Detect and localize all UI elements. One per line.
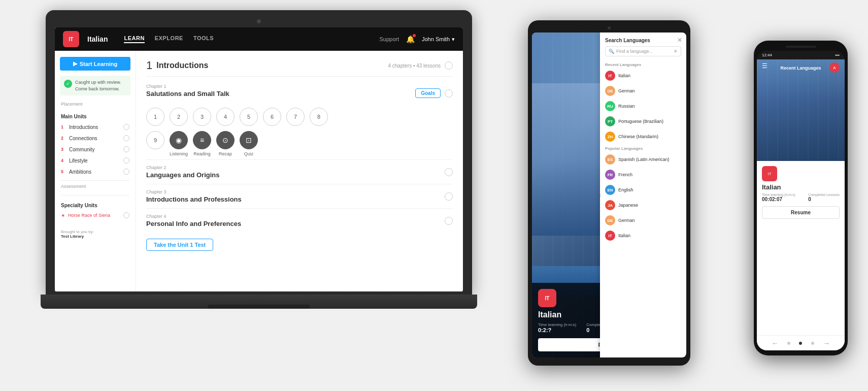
listening-circle: ◉ [170, 131, 188, 149]
tablet-device: IT Italian Time learning (h:m:s) 0:2:? C… [528, 20, 690, 366]
laptop-base [41, 295, 477, 309]
lang-item-french[interactable]: FR French [600, 167, 686, 182]
lang-item-japanese[interactable]: JA Japanese [600, 198, 686, 213]
unit-number: 1 [146, 59, 152, 72]
specialty-units-title: Specialty Units [55, 199, 136, 210]
phone-language-title: Italian [762, 183, 840, 191]
support-link[interactable]: Support [379, 36, 399, 42]
nav-dot-3 [811, 342, 814, 345]
chapter-2: Chapter 2 Languages and Origins [146, 159, 453, 184]
start-learning-button[interactable]: ▶ Start Learning [60, 57, 130, 71]
goals-button[interactable]: Goals [415, 88, 441, 98]
english-dot: EN [605, 185, 615, 195]
user-menu[interactable]: John Smith ▾ [422, 36, 455, 43]
lesson-quiz[interactable]: ⊡ Quiz [240, 131, 258, 156]
lesson-2[interactable]: 2 [170, 108, 188, 126]
popular-languages-label: Popular Languages [600, 144, 686, 152]
unit-4-label: Lifestyle [69, 158, 120, 164]
hamburger-icon[interactable]: ☰ [762, 62, 767, 73]
lesson-listening[interactable]: ◉ Listening [170, 131, 188, 156]
daily-review: ✓ Caught up with review. Come back tomor… [60, 76, 130, 95]
lesson-1[interactable]: 1 [146, 108, 164, 126]
phone-device: 12:44 ▪▪▪ ☰ Recent Languages A IT Italia… [754, 41, 848, 355]
sidebar-item-connections[interactable]: 2 Connections [55, 133, 136, 144]
phone-stats-row: Time learning (h:m:s) 00:02:07 Completed… [762, 193, 840, 202]
nav-forward-icon[interactable]: → [823, 339, 830, 347]
reading-circle: ≡ [193, 131, 211, 149]
chapter-1-circle [445, 89, 453, 97]
special-lessons: 9 ◉ Listening ≡ Reading ⊙ [146, 131, 453, 156]
phone-avatar[interactable]: A [829, 62, 840, 73]
chapter-2-title: Languages and Origins [146, 171, 445, 179]
bell-icon[interactable]: 🔔 [406, 35, 415, 43]
lesson-recap[interactable]: ⊙ Recap [216, 131, 235, 156]
phone-top-area: ☰ Recent Languages A [757, 59, 845, 161]
back-arrow-icon[interactable]: ‹ [600, 187, 604, 203]
nav-back-icon[interactable]: ← [772, 339, 779, 347]
nav-tools[interactable]: TOOLS [193, 35, 214, 43]
unit-5-label: Ambitions [69, 169, 120, 175]
lang-item-italian-2[interactable]: IT Italian [600, 228, 686, 243]
chapter-3-label: Chapter 3 [146, 189, 445, 194]
play-icon: ▶ [73, 60, 77, 67]
unit-1-number: 1 [61, 124, 66, 129]
placement-label: Placement [55, 102, 136, 110]
lang-item-russian[interactable]: RU Russian [600, 99, 686, 114]
lang-item-spanish[interactable]: ES Spanish (Latin American) [600, 152, 686, 167]
italian-dot-2: IT [605, 231, 615, 241]
lang-item-english[interactable]: EN English [600, 182, 686, 198]
english-name: English [618, 187, 633, 192]
lesson-9[interactable]: 9 [146, 131, 164, 156]
nav-dot-2 [799, 342, 802, 345]
lesson-6[interactable]: 6 [263, 108, 281, 126]
phone-bottom-panel: IT Italian Time learning (h:m:s) 00:02:0… [757, 161, 845, 349]
spanish-name: Spanish (Latin American) [618, 157, 670, 162]
phone-lessons-stat: Completed Lessons 0 [808, 193, 840, 202]
phone-screen: 12:44 ▪▪▪ ☰ Recent Languages A IT Italia… [757, 51, 845, 350]
specialty-item-horse-race[interactable]: ✶ Horse Race of Siena [55, 210, 136, 220]
german-dot: DE [605, 86, 615, 96]
sidebar-item-ambitions[interactable]: 5 Ambitions [55, 166, 136, 177]
lang-item-portuguese[interactable]: PT Portuguese (Brazilian) [600, 114, 686, 129]
sidebar-item-community[interactable]: 3 Community [55, 144, 136, 155]
nav-dot-1 [787, 342, 790, 345]
sidebar-item-introductions[interactable]: 1 Introductions [55, 121, 136, 133]
chapter-3-title: Introductions and Professions [146, 196, 445, 203]
take-unit-test-button[interactable]: Take the Unit 1 Test [146, 239, 213, 251]
chapter-3-info: Chapter 3 Introductions and Professions [146, 189, 445, 203]
language-search[interactable]: 🔍 Find a language... ✕ [605, 46, 681, 56]
nav-explore[interactable]: EXPLORE [155, 35, 183, 43]
unit-2-label: Connections [69, 136, 120, 141]
lesson-7[interactable]: 7 [286, 108, 305, 126]
unit-4-number: 4 [61, 158, 66, 163]
phone-status-bar: 12:44 ▪▪▪ [757, 51, 845, 59]
search-clear-icon[interactable]: ✕ [674, 49, 678, 54]
chapter-4-label: Chapter 4 [146, 214, 445, 219]
lang-item-german-2[interactable]: DE German [600, 213, 686, 228]
lesson-5[interactable]: 5 [240, 108, 258, 126]
sidebar-divider [61, 180, 129, 181]
phone-lessons-value: 0 [808, 197, 840, 202]
sidebar-item-lifestyle[interactable]: 4 Lifestyle [55, 155, 136, 166]
nav-links: LEARN EXPLORE TOOLS [124, 35, 371, 43]
lang-item-chinese[interactable]: ZH Chinese (Mandarin) [600, 129, 686, 144]
unit-2-radio [123, 135, 129, 141]
daily-review-text: Caught up with review. Come back tomorro… [75, 79, 126, 92]
lesson-4[interactable]: 4 [216, 108, 235, 126]
lesson-8[interactable]: 8 [310, 108, 328, 126]
lang-item-italian[interactable]: IT Italian [600, 68, 686, 83]
unit-4-radio [123, 157, 129, 164]
reading-label: Reading [193, 151, 211, 156]
chinese-name: Chinese (Mandarin) [618, 134, 658, 139]
lang-item-german[interactable]: DE German [600, 83, 686, 99]
close-icon[interactable]: ✕ [677, 37, 682, 44]
lesson-reading[interactable]: ≡ Reading [193, 131, 211, 156]
phone-resume-button[interactable]: Resume [762, 206, 840, 219]
lesson-3[interactable]: 3 [193, 108, 211, 126]
italian-name-2: Italian [618, 233, 630, 238]
laptop-camera [257, 19, 261, 23]
russian-name: Russian [618, 104, 635, 109]
nav-learn[interactable]: LEARN [124, 35, 144, 43]
chapter-1-label: Chapter 1 [146, 84, 229, 89]
italian-dot: IT [605, 71, 615, 81]
